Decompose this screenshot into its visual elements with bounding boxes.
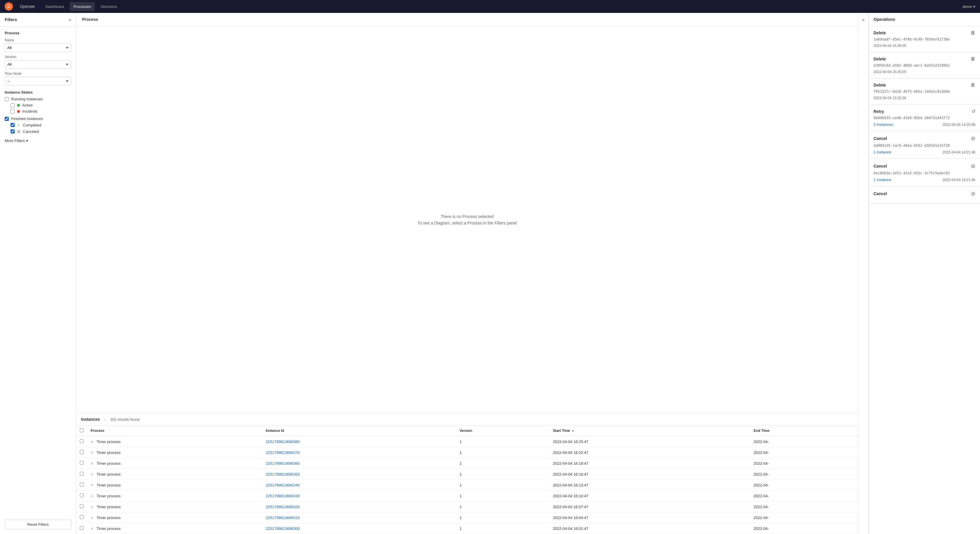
row-process-name: Timer process	[97, 450, 121, 455]
row-version: 1	[456, 512, 549, 523]
running-instances-label: Running Instances	[11, 97, 43, 101]
process-name-select[interactable]: All	[5, 43, 71, 52]
incidents-checkbox[interactable]	[11, 110, 15, 113]
operation-time: 2022-04-04 16:36:05	[873, 44, 906, 48]
instance-id-link[interactable]: 2251799813696340	[266, 483, 300, 487]
instance-id-link[interactable]: 2251799813696370	[266, 450, 300, 455]
process-panel-title: Process	[82, 17, 98, 22]
operation-item: Delete 🗑 e3059c6d-a502-48b0-aec1-ba931d3…	[869, 52, 980, 78]
nav-link-dashboard[interactable]: Dashboard	[42, 2, 68, 11]
instance-id-link[interactable]: 2251799813696380	[266, 440, 300, 444]
delete-icon[interactable]: 🗑	[970, 83, 975, 88]
row-checkbox[interactable]	[80, 494, 84, 497]
row-checkbox[interactable]	[80, 526, 84, 530]
nav-link-decisions[interactable]: Decisions	[97, 2, 121, 11]
delete-icon[interactable]: 🗑	[970, 30, 975, 35]
row-start-time: 2022-04-04 16:01:47	[549, 523, 750, 534]
completed-row-icon: ✓	[91, 450, 94, 455]
main-layout: Filters « Process Name All Version All F…	[0, 13, 980, 534]
row-checkbox[interactable]	[80, 439, 84, 443]
row-process-name: Timer process	[97, 483, 121, 487]
row-checkbox-cell	[76, 512, 87, 523]
expand-operations-button[interactable]: »	[862, 17, 865, 22]
active-checkbox[interactable]	[11, 103, 15, 107]
table-row: ✓ Timer process 2251799813696320 1 2022-…	[76, 501, 858, 512]
row-start-time: 2022-04-04 16:10:47	[549, 491, 750, 501]
operation-instances-link[interactable]: 3 Instances	[873, 122, 893, 127]
operation-time: 2022-04-04 14:21:46	[943, 150, 975, 154]
instance-id-link[interactable]: 2251799813696300	[266, 526, 300, 531]
completed-row-icon: ✓	[91, 494, 94, 498]
delete-icon[interactable]: 🗑	[970, 56, 975, 62]
col-end-time: End Time	[750, 426, 858, 436]
row-checkbox[interactable]	[80, 461, 84, 465]
row-end-time: 2022-04-	[750, 523, 858, 534]
table-row: ✓ Timer process 2251799813696350 1 2022-…	[76, 469, 858, 480]
operation-top: Retry ↺	[873, 108, 975, 114]
row-checkbox-cell	[76, 469, 87, 480]
operation-instances-link[interactable]: 1 Instance	[873, 150, 891, 154]
cancel-icon[interactable]: ⊘	[971, 135, 975, 142]
reset-filters-button[interactable]: Reset Filters	[5, 520, 71, 529]
row-start-time: 2022-04-04 16:22:47	[549, 447, 750, 458]
row-process-name: Timer process	[97, 494, 121, 498]
table-row: ✓ Timer process 2251799813696330 1 2022-…	[76, 491, 858, 501]
user-menu[interactable]: demo ▾	[963, 5, 975, 9]
cancel-icon[interactable]: ⊘	[971, 163, 975, 169]
flow-node-label: Flow Node	[5, 72, 71, 76]
row-instance-id: 2251799813696330	[262, 491, 456, 501]
app-brand: Operate	[20, 4, 35, 9]
select-all-checkbox[interactable]	[80, 428, 84, 432]
row-checkbox[interactable]	[80, 472, 84, 476]
row-process: ✓ Timer process	[87, 480, 262, 491]
more-filters-button[interactable]: More Filters ▾	[5, 136, 71, 145]
completed-row-icon: ✓	[91, 472, 94, 477]
operations-list: Delete 🗑 1a69aa8f-d5ec-4f8b-9c99-7859afd…	[869, 26, 980, 204]
row-version: 1	[456, 491, 549, 501]
row-end-time: 2022-04-	[750, 469, 858, 480]
row-version: 1	[456, 458, 549, 469]
row-start-time: 2022-04-04 16:19:47	[549, 458, 750, 469]
completed-checkbox[interactable]	[11, 123, 15, 127]
row-version: 1	[456, 469, 549, 480]
row-checkbox[interactable]	[80, 450, 84, 454]
row-process: ✓ Timer process	[87, 436, 262, 447]
instances-table-container: Process Instance Id Version Start Time ▾…	[76, 426, 858, 534]
process-header: Process	[76, 13, 858, 26]
row-checkbox[interactable]	[80, 515, 84, 519]
col-start-time[interactable]: Start Time ▾	[549, 426, 750, 436]
canceled-checkbox[interactable]	[11, 129, 15, 134]
retry-icon[interactable]: ↺	[972, 108, 975, 114]
finished-instances-checkbox[interactable]	[5, 117, 9, 121]
row-checkbox[interactable]	[80, 504, 84, 508]
operation-meta: 2022-04-04 16:36:05	[873, 44, 975, 48]
name-label: Name	[5, 38, 71, 42]
nav-link-processes[interactable]: Processes	[70, 2, 95, 11]
operation-meta: 1 Instance 2022-04-04 14:21:46	[873, 150, 975, 154]
row-end-time: 2022-04-	[750, 501, 858, 512]
filters-header: Filters «	[0, 13, 76, 27]
cancel-icon[interactable]: ⊘	[971, 190, 975, 197]
filters-panel: Filters « Process Name All Version All F…	[0, 13, 76, 534]
row-process-name: Timer process	[97, 515, 121, 520]
operation-instances-link[interactable]: 1 Instance	[873, 177, 891, 182]
nav-links: Dashboard Processes Decisions	[42, 2, 121, 11]
operation-top: Delete 🗑	[873, 83, 975, 88]
instance-id-link[interactable]: 2251799813696320	[266, 505, 300, 509]
row-process-name: Timer process	[97, 526, 121, 531]
running-instances-checkbox[interactable]	[5, 97, 9, 101]
row-checkbox[interactable]	[80, 483, 84, 486]
collapse-filters-button[interactable]: «	[68, 17, 71, 22]
instance-id-link[interactable]: 2251799813696360	[266, 461, 300, 465]
row-process: ✓ Timer process	[87, 447, 262, 458]
row-start-time: 2022-04-04 16:13:47	[549, 480, 750, 491]
instance-id-link[interactable]: 2251799813696310	[266, 515, 300, 520]
row-process: ✓ Timer process	[87, 469, 262, 480]
instance-id-link[interactable]: 2251799813696350	[266, 472, 300, 477]
operations-panel: Operations Delete 🗑 1a69aa8f-d5ec-4f8b-9…	[869, 13, 980, 534]
process-version-select[interactable]: All	[5, 60, 71, 69]
running-instances-row: Running Instances	[5, 97, 71, 101]
flow-node-select[interactable]: --	[5, 77, 71, 85]
instance-id-link[interactable]: 2251799813696330	[266, 494, 300, 498]
select-all-header	[76, 426, 87, 436]
